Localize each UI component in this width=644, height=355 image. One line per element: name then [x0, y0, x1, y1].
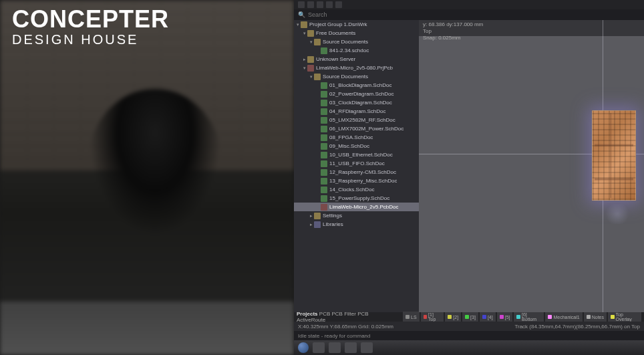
expand-icon[interactable]: ▸: [302, 57, 307, 62]
tree-item-label: 15_PowerSupply.SchDoc: [329, 195, 389, 201]
tree-item-label: 03_ClockDiagram.SchDoc: [329, 100, 392, 106]
schdoc-icon: [321, 134, 327, 141]
layer-tab[interactable]: LS: [403, 312, 420, 322]
tree-item[interactable]: 04_RFDiagram.SchDoc: [294, 107, 419, 116]
toolbar-button[interactable]: [326, 1, 333, 8]
tree-item[interactable]: ▾Free Documents: [294, 29, 419, 37]
expand-icon[interactable]: ▾: [302, 66, 307, 71]
tree-item-label: 12_Raspberry-CM3.SchDoc: [329, 169, 396, 175]
schdoc-icon: [321, 108, 327, 115]
folder-icon: [307, 30, 314, 37]
search-input[interactable]: [308, 11, 640, 18]
schdoc-icon: [321, 160, 327, 167]
layer-tab[interactable]: [1] Top: [421, 312, 444, 322]
layer-color-swatch: [516, 315, 520, 319]
tree-item[interactable]: LimaWeb-Micro_2v5.PcbDoc: [294, 203, 419, 211]
layer-tab[interactable]: Notes: [584, 312, 607, 322]
pcb-software-window: 🔍 ▾Project Group 1.DsnWrk▾Free Documents…: [294, 0, 644, 355]
toolbar-button[interactable]: [298, 1, 305, 8]
layer-tab[interactable]: [5]: [497, 312, 513, 322]
tree-item-label: Project Group 1.DsnWrk: [309, 21, 367, 27]
layer-color-swatch: [424, 315, 428, 319]
tree-item[interactable]: ▾Source Documents: [294, 72, 419, 81]
pcb-board-render[interactable]: [592, 110, 636, 201]
selection-glow: [604, 204, 631, 224]
coord-snap: Snap: 0.025mm: [423, 35, 640, 41]
schdoc-icon: [321, 187, 327, 193]
tree-item[interactable]: ▾LimaWeb-Micro_2v5-080.PrjPcb: [294, 64, 419, 72]
tree-item[interactable]: 10_USB_Ethernet.SchDoc: [294, 150, 419, 159]
layer-color-swatch: [548, 315, 552, 319]
bg-person: [88, 89, 222, 236]
tree-item-label: Free Documents: [316, 30, 355, 36]
expand-icon[interactable]: ▾: [309, 74, 314, 80]
tree-item[interactable]: 02_PowerDiagram.SchDoc: [294, 90, 419, 98]
layer-tab[interactable]: [6] Bottom: [514, 312, 544, 322]
expand-icon[interactable]: ▸: [309, 222, 314, 227]
tree-item[interactable]: 09_Misc.SchDoc: [294, 142, 419, 150]
tree-item[interactable]: 13_Raspberry_Misc.SchDoc: [294, 176, 419, 185]
panel-tab[interactable]: PCB: [319, 311, 330, 317]
tree-item[interactable]: 12_Raspberry-CM3.SchDoc: [294, 168, 419, 176]
tree-item[interactable]: 11_USB_FIFO.SchDoc: [294, 159, 419, 168]
tree-item[interactable]: 841-2.34.schdoc: [294, 46, 419, 55]
tree-item[interactable]: 01_BlockDiagram.SchDoc: [294, 81, 419, 90]
layer-tab[interactable]: Top Overlay: [608, 312, 641, 322]
command-bar: Idle state - ready for command: [294, 331, 644, 340]
pcb-workspace[interactable]: y: 68.386 dy:137.000 mm Top Snap: 0.025m…: [419, 20, 644, 312]
taskbar-item[interactable]: [345, 342, 357, 353]
tree-item-label: Source Documents: [323, 39, 368, 45]
toolbar-button[interactable]: [307, 1, 314, 8]
taskbar-item[interactable]: [361, 342, 373, 353]
expand-icon[interactable]: ▾: [309, 39, 314, 45]
tree-item-label: Source Documents: [323, 74, 368, 80]
schdoc-icon: [321, 126, 327, 132]
toolbar-top: [294, 0, 644, 9]
tree-item[interactable]: ▸Libraries: [294, 220, 419, 229]
schdoc-icon: [321, 91, 327, 98]
tree-item[interactable]: 08_FPGA.SchDoc: [294, 133, 419, 142]
toolbar-button[interactable]: [335, 1, 342, 8]
schdoc-icon: [321, 152, 327, 158]
tree-item-label: 841-2.34.schdoc: [329, 47, 369, 53]
layer-tab-label: Notes: [592, 315, 604, 320]
panel-tab[interactable]: Projects: [297, 311, 318, 317]
tree-item-label: 05_LMX2582M_RF.SchDoc: [329, 117, 395, 123]
layer-tab[interactable]: [2]: [445, 312, 461, 322]
tree-item-label: Unknown Server: [316, 56, 355, 62]
tree-item-label: 01_BlockDiagram.SchDoc: [329, 82, 391, 88]
taskbar-item[interactable]: [329, 342, 341, 353]
start-button[interactable]: [298, 342, 309, 353]
layer-color-swatch: [482, 315, 486, 319]
tree-item[interactable]: 14_Clocks.SchDoc: [294, 185, 419, 194]
tree-item-label: 11_USB_FIFO.SchDoc: [329, 160, 385, 166]
layer-tab-label: [1] Top: [428, 312, 441, 322]
layer-tab[interactable]: [3]: [462, 312, 478, 322]
folder-icon: [314, 213, 321, 219]
tree-item[interactable]: 05_LMX2582M_RF.SchDoc: [294, 116, 419, 124]
expand-icon[interactable]: ▾: [302, 31, 307, 36]
taskbar-item[interactable]: [313, 342, 325, 353]
toolbar-button[interactable]: [317, 1, 323, 8]
expand-icon[interactable]: ▸: [309, 213, 314, 219]
folder-icon: [301, 21, 307, 28]
layer-tab[interactable]: Mechanical1: [545, 312, 582, 322]
layer-tab[interactable]: [4]: [480, 312, 496, 322]
tree-item[interactable]: ▾Project Group 1.DsnWrk: [294, 20, 419, 29]
layer-tab-label: [6] Bottom: [522, 312, 541, 322]
search-icon: 🔍: [298, 11, 305, 18]
tree-item[interactable]: ▸Unknown Server: [294, 55, 419, 64]
tree-item[interactable]: ▸Settings: [294, 211, 419, 220]
tree-item[interactable]: 06_LMX7002M_Power.SchDoc: [294, 124, 419, 133]
expand-icon[interactable]: ▾: [295, 22, 301, 27]
status-track-info: Track (84.35mm,64.7mm)(86.25mm,66.7mm) o…: [514, 324, 640, 330]
tree-item[interactable]: 15_PowerSupply.SchDoc: [294, 194, 419, 203]
panel-tab[interactable]: PCB Filter: [332, 311, 356, 317]
schdoc-icon: [321, 143, 327, 150]
coord-dy: y: 68.386 dy:137.000 mm: [423, 21, 640, 28]
pcb-icon: [307, 65, 314, 72]
tree-item[interactable]: 03_ClockDiagram.SchDoc: [294, 98, 419, 107]
tree-item-label: 02_PowerDiagram.SchDoc: [329, 91, 394, 97]
tree-item[interactable]: ▾Source Documents: [294, 37, 419, 46]
schdoc-icon: [321, 195, 327, 202]
